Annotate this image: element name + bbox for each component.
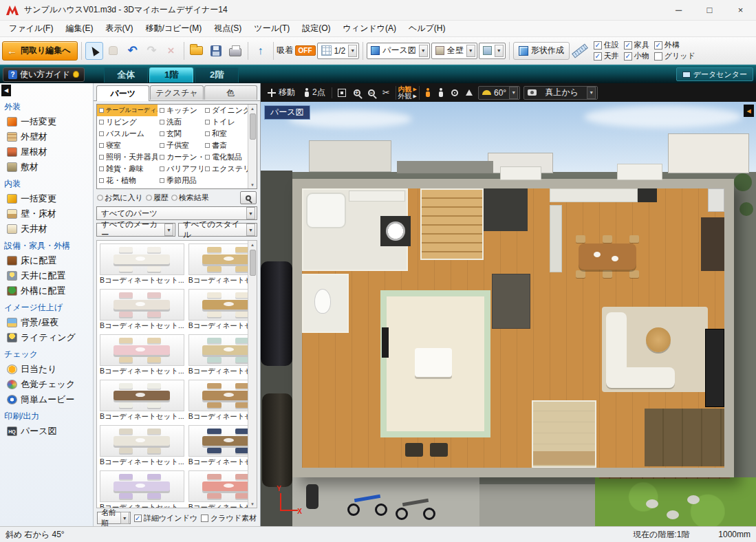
wall-mode-dropdown[interactable]: 全壁 ▼ [431,43,477,59]
sidebar-item[interactable]: 敷材 [4,160,91,175]
walk-view-button[interactable] [423,87,433,98]
eye-view-button[interactable] [436,87,446,98]
category-item[interactable]: エクステリア [203,163,248,175]
parts-grid-item[interactable]: Bコーディネートセット... [100,380,184,422]
collapse-sidebar-button[interactable]: ◀ [1,85,11,96]
delete-button[interactable]: × [162,42,180,60]
snap-control[interactable]: 吸着 OFF [277,45,316,56]
sort-dropdown[interactable]: 名前順 ▼ [97,512,131,524]
sidebar-item[interactable]: パース図 [4,424,91,439]
parts-grid-item[interactable]: Bコーディネートセット... [188,470,257,508]
category-item[interactable]: キッチン [158,105,203,116]
display-toggle[interactable]: ✓外構 [654,40,695,50]
maximize-button[interactable]: □ [694,0,725,21]
category-item[interactable]: 電化製品 [203,151,248,163]
camera-position-dropdown[interactable]: 真上から ▼ [523,86,598,100]
menu-item[interactable]: 視点(S) [208,21,248,36]
maker-dropdown[interactable]: すべてのメーカー ▼ [96,223,175,237]
angle-dropdown[interactable]: 60° ▼ [478,86,520,100]
sidebar-item[interactable]: 天井材 [4,221,91,237]
data-center-button[interactable]: データセンター [676,67,753,81]
minimize-button[interactable]: ─ [663,0,694,21]
measure-button[interactable] [571,42,589,60]
sidebar-item[interactable]: 簡単ムービー [4,392,91,407]
sidebar-item[interactable]: 天井に配置 [4,268,91,283]
redo-button[interactable]: ↷ [143,42,161,60]
sidebar-item[interactable]: 床に配置 [4,253,91,268]
display-toggle[interactable]: ✓小物 [624,51,649,61]
category-item[interactable]: 子供室 [158,140,203,151]
category-item[interactable]: 季節用品 [158,175,203,186]
pan-tool-button[interactable] [105,42,122,60]
category-item[interactable]: カーテン・ラグ [158,151,203,163]
parts-type-dropdown[interactable]: すべてのパーツ ▼ [96,206,257,220]
scroll-down-icon[interactable]: ▼ [250,500,255,508]
filter-option[interactable]: 履歴 [146,193,169,203]
category-item[interactable]: 和室 [203,128,248,140]
usage-guide-button[interactable]: ? 使い方ガイド [3,67,85,82]
menu-item[interactable]: ウィンドウ(A) [337,21,402,36]
scroll-down-icon[interactable]: ▼ [250,181,255,188]
category-item[interactable]: 玄関 [158,128,203,140]
parts-grid-item[interactable]: Bコーディネートセット... [100,243,184,285]
zoom-out-button[interactable]: − [366,88,377,98]
menu-item[interactable]: ツール(T) [248,21,296,36]
floor-tab[interactable]: 全体 [104,67,148,83]
search-button[interactable] [240,191,257,204]
parts-grid-item[interactable]: Bコーディネートセット... [100,470,184,508]
parts-grid-item[interactable]: Bコーディネートセット... [188,243,257,285]
parts-grid-item[interactable]: Bコーディネートセット... [100,334,184,376]
edit-tools-button[interactable]: ✂ [380,87,392,98]
parts-grid-item[interactable]: Bコーディネートセット... [188,380,257,422]
parts-tab[interactable]: 色 [204,85,257,100]
parts-grid-item[interactable]: Bコーディネートセット... [188,334,257,376]
menu-item[interactable]: 設定(O) [296,21,336,36]
sidebar-item[interactable]: 外構に配置 [4,283,91,299]
zoom-in-button[interactable]: + [352,88,363,98]
sidebar-item[interactable]: 屋根材 [4,144,91,160]
sidebar-item[interactable]: 一括変更 [4,191,91,206]
category-item[interactable]: 花・植物 [97,175,158,186]
display-toggle[interactable]: ✓天井 [594,51,619,61]
close-button[interactable]: × [725,0,756,21]
filter-option[interactable]: お気に入り [97,193,143,203]
category-scrollbar[interactable]: ▲ ▼ [248,105,257,188]
upload-button[interactable]: ↑ [252,42,270,60]
print-button[interactable] [226,42,244,60]
move-tool-button[interactable]: 移動 [265,85,298,100]
sidebar-item[interactable]: ライティング [4,330,91,345]
view-mode-dropdown[interactable]: パース図 ▼ [367,43,430,59]
menu-item[interactable]: 編集(E) [59,21,99,36]
category-item[interactable]: 照明・天井器具 [97,151,158,163]
select-tool-button[interactable] [85,42,103,60]
parts-grid-item[interactable]: Bコーディネートセット... [188,425,257,467]
menu-item[interactable]: 移動/コピー(M) [139,21,208,36]
sidebar-item[interactable]: 色覚チェック [4,377,91,392]
parts-scrollbar[interactable]: ▲ ▼ [248,241,257,508]
menu-item[interactable]: 表示(V) [99,21,139,36]
shape-create-button[interactable]: 形状作成 [513,42,570,60]
category-item[interactable]: 書斎 [203,140,248,151]
floor-tab[interactable]: 1階 [149,67,193,83]
sidebar-item[interactable]: 日当たり [4,362,91,377]
back-to-floorplan-button[interactable]: ← 間取り編集へ [2,41,78,61]
scroll-up-icon[interactable]: ▲ [250,105,255,112]
light-view-button[interactable] [464,88,475,97]
category-item[interactable]: バリアフリー [158,163,203,175]
two-point-tool-button[interactable]: 2点 [301,85,328,100]
category-item[interactable]: ダイニング [203,105,248,116]
sidebar-item[interactable]: 壁・床材 [4,206,91,221]
exterior-option[interactable]: 外観 ▶ [398,93,417,100]
scroll-up-icon[interactable]: ▲ [250,241,255,248]
style-dropdown[interactable]: すべてのスタイル ▼ [178,223,257,237]
parts-grid-item[interactable]: Bコーディネートセット... [100,289,184,331]
detail-window-checkbox[interactable]: ✓ 詳細ウインドウ [134,513,197,523]
menu-item[interactable]: ヘルプ(H) [402,21,452,36]
interior-exterior-toggle[interactable]: 内観 ▶ 外観 ▶ [396,86,420,100]
scene-canvas[interactable]: Y X パース図 ◀ [261,102,756,526]
cloud-material-checkbox[interactable]: クラウド素材 [201,513,257,523]
floor-tab[interactable]: 2階 [195,67,239,83]
category-item[interactable]: 洗面 [158,116,203,128]
fit-view-button[interactable] [336,87,348,98]
category-item[interactable]: リビング [97,116,158,128]
